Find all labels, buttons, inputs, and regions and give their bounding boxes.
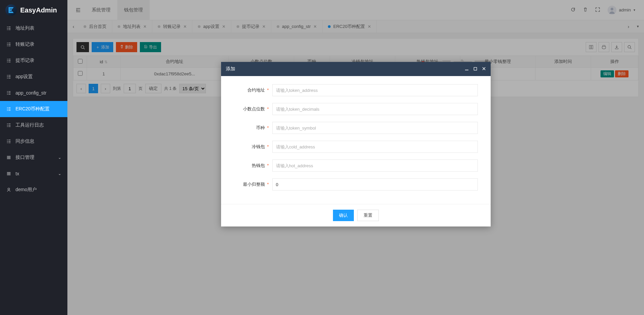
required-icon: * <box>267 182 269 187</box>
form-row-2: 币种 * <box>231 122 481 134</box>
sidebar-item-4[interactable]: app_config_str <box>0 85 67 101</box>
required-icon: * <box>267 88 269 93</box>
sidebar-item-1[interactable]: 转账记录 <box>0 36 67 53</box>
sidebar-item-5[interactable]: ERC20币种配置 <box>0 101 67 117</box>
required-icon: * <box>267 125 269 130</box>
dialog-title-text: 添加 <box>226 66 235 72</box>
svg-rect-4 <box>7 173 11 174</box>
list-icon <box>6 155 11 160</box>
sidebar-item-7[interactable]: 同步信息 <box>0 133 67 149</box>
main: 系统管理钱包管理 admin ▾ <box>67 0 644 315</box>
svg-rect-13 <box>474 67 477 70</box>
logo[interactable]: EasyAdmin <box>0 0 67 20</box>
form-label: 小数点位数 * <box>231 106 272 112</box>
form-row-0: 合约地址 * <box>231 84 481 96</box>
modal-overlay: 添加 合约地址 *小数点位数 *币种 *冷钱包 *热钱包 *最小归整额 * 确认… <box>67 0 644 315</box>
sidebar-item-0[interactable]: 地址列表 <box>0 20 67 36</box>
logo-icon <box>5 4 17 16</box>
form-label: 币种 * <box>231 125 272 131</box>
sidebar-item-10[interactable]: demo用户 <box>0 182 67 198</box>
dialog-titlebar[interactable]: 添加 <box>221 62 491 76</box>
form-row-5: 最小归整额 * <box>231 178 481 190</box>
sidebar-item-6[interactable]: 工具运行日志 <box>0 117 67 133</box>
list-icon <box>6 107 11 111</box>
form-input-0[interactable] <box>272 84 478 96</box>
list-icon <box>6 171 11 176</box>
chevron-down-icon: ⌄ <box>58 171 61 176</box>
form-row-4: 热钱包 * <box>231 160 481 172</box>
nav: 地址列表转账记录提币记录app设置app_config_strERC20币种配置… <box>0 20 67 315</box>
list-icon <box>6 74 11 79</box>
svg-point-6 <box>8 188 9 190</box>
required-icon: * <box>267 106 269 111</box>
form-row-3: 冷钱包 * <box>231 141 481 153</box>
list-icon <box>6 91 11 95</box>
list-icon <box>6 187 11 192</box>
form-input-4[interactable] <box>272 160 478 172</box>
form-row-1: 小数点位数 * <box>231 103 481 115</box>
form-label: 合约地址 * <box>231 87 272 93</box>
list-icon <box>6 58 11 63</box>
form-label: 热钱包 * <box>231 163 272 169</box>
dialog-reset-button[interactable]: 重置 <box>357 210 379 221</box>
brand-text: EasyAdmin <box>20 6 57 14</box>
svg-rect-2 <box>7 159 11 159</box>
add-dialog: 添加 合约地址 *小数点位数 *币种 *冷钱包 *热钱包 *最小归整额 * 确认… <box>221 62 491 226</box>
minimize-icon[interactable] <box>465 67 469 72</box>
required-icon: * <box>267 163 269 168</box>
required-icon: * <box>267 144 269 149</box>
chevron-down-icon: ⌄ <box>58 155 61 160</box>
sidebar-item-3[interactable]: app设置 <box>0 69 67 85</box>
list-icon <box>6 139 11 144</box>
form-input-1[interactable] <box>272 103 478 115</box>
sidebar: EasyAdmin 地址列表转账记录提币记录app设置app_config_st… <box>0 0 67 315</box>
svg-rect-3 <box>7 172 11 173</box>
list-icon <box>6 42 11 47</box>
list-icon <box>6 26 11 31</box>
close-icon[interactable] <box>482 67 486 72</box>
form-input-5[interactable] <box>272 178 478 190</box>
form-input-3[interactable] <box>272 141 478 153</box>
form-input-2[interactable] <box>272 122 478 134</box>
sidebar-item-8[interactable]: 接口管理⌄ <box>0 149 67 166</box>
maximize-icon[interactable] <box>473 67 477 72</box>
sidebar-item-2[interactable]: 提币记录 <box>0 53 67 69</box>
svg-rect-0 <box>7 156 11 157</box>
form-label: 冷钱包 * <box>231 144 272 150</box>
sidebar-item-9[interactable]: tx⌄ <box>0 166 67 182</box>
list-icon <box>6 123 11 128</box>
form-label: 最小归整额 * <box>231 181 272 187</box>
svg-rect-1 <box>7 157 11 158</box>
svg-rect-5 <box>7 175 11 175</box>
dialog-confirm-button[interactable]: 确认 <box>333 210 354 221</box>
